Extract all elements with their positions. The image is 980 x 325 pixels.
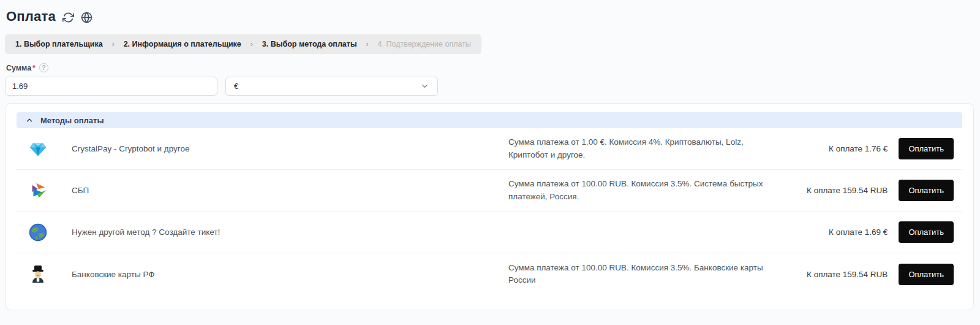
pay-button[interactable]: Оплатить — [899, 221, 954, 243]
pay-button[interactable]: Оплатить — [899, 138, 954, 159]
payment-method-description: Сумма платежа от 1.00 €. Комиссия 4%. Кр… — [508, 136, 796, 161]
chevron-right-icon: › — [251, 40, 253, 48]
payment-method-name: Банковские карты РФ — [72, 270, 508, 279]
payment-method-name: CrystalPay - Cryptobot и другое — [72, 144, 508, 153]
payment-total: К оплате 1.69 € — [796, 228, 899, 237]
chevron-right-icon: › — [366, 40, 369, 48]
pay-button[interactable]: Оплатить — [899, 264, 954, 285]
globe-language-icon[interactable] — [81, 12, 92, 23]
amount-label: Сумма — [6, 64, 31, 72]
page-header: Оплата — [5, 9, 974, 25]
earth-globe-icon — [28, 223, 48, 242]
refresh-icon[interactable] — [62, 12, 74, 23]
help-icon[interactable]: ? — [39, 63, 48, 72]
amount-row: € — [5, 77, 974, 96]
payment-total: К оплате 159.54 RUB — [796, 270, 899, 279]
breadcrumb-step-4: 4. Подтверждение оплаты — [378, 40, 471, 48]
payment-total: К оплате 1.76 € — [796, 144, 899, 153]
methods-section-toggle[interactable]: Методы оплаты — [17, 112, 962, 128]
breadcrumb-step-3[interactable]: 3. Выбор метода оплаты — [262, 40, 357, 48]
payment-method-row-ticket: Нужен другой метод ? Создайте тикет! К о… — [17, 212, 962, 253]
page-title: Оплата — [6, 9, 56, 25]
required-mark: * — [32, 64, 36, 72]
breadcrumb-step-2[interactable]: 2. Информация о плательщике — [124, 40, 241, 48]
sbp-logo-icon — [28, 182, 48, 200]
payment-method-row-crystalpay: CrystalPay - Cryptobot и другое Сумма пл… — [17, 128, 962, 170]
currency-selected-value: € — [234, 82, 238, 91]
chevron-down-icon — [420, 82, 429, 91]
payment-method-row-bank-cards: Банковские карты РФ Сумма платежа от 100… — [17, 253, 962, 295]
pay-button[interactable]: Оплатить — [899, 180, 954, 201]
chevron-up-icon — [25, 116, 34, 124]
amount-label-row: Сумма * ? — [5, 63, 974, 72]
currency-select[interactable]: € — [225, 77, 438, 96]
payment-method-name: Нужен другой метод ? Создайте тикет! — [72, 228, 508, 237]
payment-method-name: СБП — [72, 186, 508, 195]
bank-card-character-icon — [28, 265, 48, 283]
crystalpay-diamond-icon — [28, 139, 48, 159]
payment-method-description: Сумма платежа от 100.00 RUB. Комиссия 3.… — [508, 178, 796, 203]
payment-method-row-sbp: СБП Сумма платежа от 100.00 RUB. Комисси… — [17, 170, 962, 212]
payment-total: К оплате 159.54 RUB — [796, 186, 899, 195]
breadcrumb-step-1[interactable]: 1. Выбор плательщика — [15, 40, 103, 48]
breadcrumb: 1. Выбор плательщика › 2. Информация о п… — [5, 34, 481, 54]
payment-methods-card: Методы оплаты CrystalPay - Cryptobot и д… — [5, 103, 974, 310]
methods-section-title: Методы оплаты — [40, 116, 104, 125]
chevron-right-icon: › — [112, 40, 115, 48]
payment-method-description: Сумма платежа от 100.00 RUB. Комиссия 3.… — [508, 262, 796, 287]
amount-input[interactable] — [5, 77, 217, 96]
